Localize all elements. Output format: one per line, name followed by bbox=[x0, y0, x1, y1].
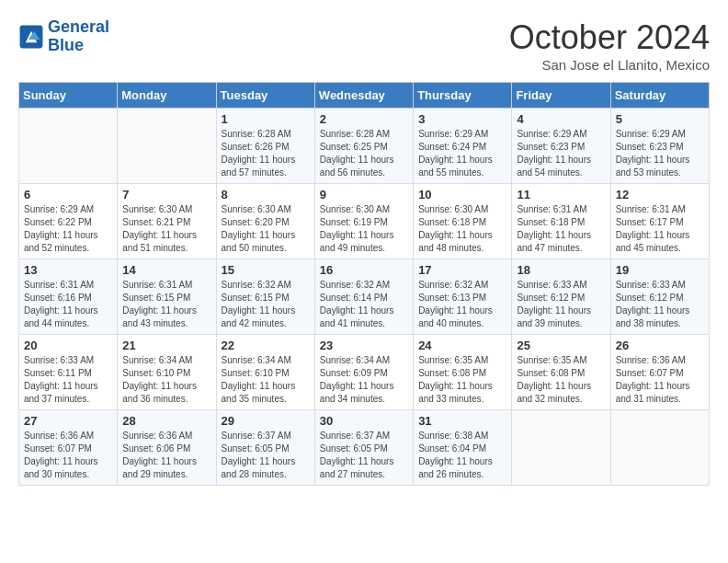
day-number: 26 bbox=[616, 339, 704, 352]
day-info: Sunrise: 6:29 AMSunset: 6:24 PMDaylight:… bbox=[418, 128, 506, 179]
day-number: 8 bbox=[222, 188, 310, 201]
title-block: October 2024 San Jose el Llanito, Mexico bbox=[509, 18, 710, 73]
day-info: Sunrise: 6:36 AMSunset: 6:06 PMDaylight:… bbox=[122, 430, 210, 481]
day-info: Sunrise: 6:38 AMSunset: 6:04 PMDaylight:… bbox=[418, 430, 506, 481]
day-number: 5 bbox=[616, 112, 704, 126]
calendar-week-row: 6Sunrise: 6:29 AMSunset: 6:22 PMDaylight… bbox=[19, 184, 710, 259]
weekday-header-wednesday: Wednesday bbox=[314, 83, 413, 109]
day-info: Sunrise: 6:34 AMSunset: 6:09 PMDaylight:… bbox=[320, 354, 408, 406]
day-number: 12 bbox=[616, 188, 704, 201]
day-info: Sunrise: 6:32 AMSunset: 6:14 PMDaylight:… bbox=[320, 279, 408, 330]
weekday-header-sunday: Sunday bbox=[19, 83, 118, 109]
calendar-cell: 22Sunrise: 6:34 AMSunset: 6:10 PMDayligh… bbox=[216, 335, 314, 410]
weekday-header-tuesday: Tuesday bbox=[216, 83, 314, 109]
calendar-week-row: 27Sunrise: 6:36 AMSunset: 6:07 PMDayligh… bbox=[19, 410, 710, 486]
calendar-cell: 6Sunrise: 6:29 AMSunset: 6:22 PMDaylight… bbox=[19, 184, 118, 259]
calendar-cell: 29Sunrise: 6:37 AMSunset: 6:05 PMDayligh… bbox=[216, 410, 314, 486]
day-info: Sunrise: 6:31 AMSunset: 6:17 PMDaylight:… bbox=[616, 203, 704, 255]
day-info: Sunrise: 6:31 AMSunset: 6:16 PMDaylight:… bbox=[24, 279, 112, 330]
day-number: 6 bbox=[24, 188, 112, 201]
day-number: 9 bbox=[320, 188, 408, 201]
logo-blue: Blue bbox=[48, 36, 84, 54]
calendar-cell: 5Sunrise: 6:29 AMSunset: 6:23 PMDaylight… bbox=[610, 109, 709, 184]
day-number: 13 bbox=[24, 263, 112, 277]
day-info: Sunrise: 6:32 AMSunset: 6:13 PMDaylight:… bbox=[418, 279, 506, 330]
day-info: Sunrise: 6:34 AMSunset: 6:10 PMDaylight:… bbox=[122, 354, 210, 406]
calendar-cell: 2Sunrise: 6:28 AMSunset: 6:25 PMDaylight… bbox=[314, 109, 413, 184]
calendar-cell bbox=[19, 109, 118, 184]
day-number: 28 bbox=[122, 414, 210, 428]
logo-general: General bbox=[48, 17, 109, 36]
calendar-week-row: 1Sunrise: 6:28 AMSunset: 6:26 PMDaylight… bbox=[19, 109, 710, 184]
calendar-cell: 19Sunrise: 6:33 AMSunset: 6:12 PMDayligh… bbox=[610, 259, 709, 335]
calendar-cell: 14Sunrise: 6:31 AMSunset: 6:15 PMDayligh… bbox=[118, 259, 216, 335]
calendar-cell: 9Sunrise: 6:30 AMSunset: 6:19 PMDaylight… bbox=[314, 184, 413, 259]
calendar-cell: 26Sunrise: 6:36 AMSunset: 6:07 PMDayligh… bbox=[610, 335, 709, 410]
day-number: 19 bbox=[616, 263, 704, 277]
calendar-table: SundayMondayTuesdayWednesdayThursdayFrid… bbox=[18, 82, 710, 486]
calendar-week-row: 20Sunrise: 6:33 AMSunset: 6:11 PMDayligh… bbox=[19, 335, 710, 410]
day-number: 22 bbox=[222, 339, 310, 352]
calendar-cell: 12Sunrise: 6:31 AMSunset: 6:17 PMDayligh… bbox=[610, 184, 709, 259]
day-number: 24 bbox=[418, 339, 506, 352]
day-number: 29 bbox=[222, 414, 310, 428]
calendar-cell: 8Sunrise: 6:30 AMSunset: 6:20 PMDaylight… bbox=[216, 184, 314, 259]
month-title: October 2024 bbox=[509, 18, 710, 57]
day-number: 16 bbox=[320, 263, 408, 277]
day-number: 18 bbox=[517, 263, 605, 277]
day-info: Sunrise: 6:29 AMSunset: 6:22 PMDaylight:… bbox=[24, 203, 112, 255]
logo: General Blue bbox=[18, 18, 109, 55]
day-number: 23 bbox=[320, 339, 408, 352]
day-info: Sunrise: 6:30 AMSunset: 6:19 PMDaylight:… bbox=[320, 203, 408, 255]
calendar-cell bbox=[512, 410, 610, 486]
day-number: 15 bbox=[222, 263, 310, 277]
calendar-cell: 24Sunrise: 6:35 AMSunset: 6:08 PMDayligh… bbox=[414, 335, 512, 410]
day-info: Sunrise: 6:30 AMSunset: 6:20 PMDaylight:… bbox=[222, 203, 310, 255]
calendar-cell: 13Sunrise: 6:31 AMSunset: 6:16 PMDayligh… bbox=[19, 259, 118, 335]
weekday-header-friday: Friday bbox=[512, 83, 610, 109]
day-info: Sunrise: 6:31 AMSunset: 6:15 PMDaylight:… bbox=[122, 279, 210, 330]
day-number: 4 bbox=[517, 112, 605, 126]
day-number: 11 bbox=[517, 188, 605, 201]
calendar-cell: 3Sunrise: 6:29 AMSunset: 6:24 PMDaylight… bbox=[414, 109, 512, 184]
calendar-cell bbox=[118, 109, 216, 184]
calendar-cell: 20Sunrise: 6:33 AMSunset: 6:11 PMDayligh… bbox=[19, 335, 118, 410]
day-number: 3 bbox=[418, 112, 506, 126]
day-number: 20 bbox=[24, 339, 112, 352]
day-number: 7 bbox=[122, 188, 210, 201]
day-info: Sunrise: 6:33 AMSunset: 6:12 PMDaylight:… bbox=[517, 279, 605, 330]
day-number: 27 bbox=[24, 414, 112, 428]
day-number: 31 bbox=[418, 414, 506, 428]
calendar-cell: 25Sunrise: 6:35 AMSunset: 6:08 PMDayligh… bbox=[512, 335, 610, 410]
day-info: Sunrise: 6:32 AMSunset: 6:15 PMDaylight:… bbox=[222, 279, 310, 330]
day-info: Sunrise: 6:36 AMSunset: 6:07 PMDaylight:… bbox=[24, 430, 112, 481]
calendar-cell: 10Sunrise: 6:30 AMSunset: 6:18 PMDayligh… bbox=[414, 184, 512, 259]
weekday-header-row: SundayMondayTuesdayWednesdayThursdayFrid… bbox=[19, 83, 710, 109]
calendar-cell: 11Sunrise: 6:31 AMSunset: 6:18 PMDayligh… bbox=[512, 184, 610, 259]
page-header: General Blue October 2024 San Jose el Ll… bbox=[18, 18, 710, 73]
calendar-cell: 15Sunrise: 6:32 AMSunset: 6:15 PMDayligh… bbox=[216, 259, 314, 335]
day-number: 2 bbox=[320, 112, 408, 126]
calendar-cell: 1Sunrise: 6:28 AMSunset: 6:26 PMDaylight… bbox=[216, 109, 314, 184]
calendar-week-row: 13Sunrise: 6:31 AMSunset: 6:16 PMDayligh… bbox=[19, 259, 710, 335]
day-number: 25 bbox=[517, 339, 605, 352]
weekday-header-thursday: Thursday bbox=[414, 83, 512, 109]
calendar-cell: 17Sunrise: 6:32 AMSunset: 6:13 PMDayligh… bbox=[414, 259, 512, 335]
calendar-cell: 18Sunrise: 6:33 AMSunset: 6:12 PMDayligh… bbox=[512, 259, 610, 335]
day-info: Sunrise: 6:28 AMSunset: 6:26 PMDaylight:… bbox=[222, 128, 310, 179]
calendar-cell: 16Sunrise: 6:32 AMSunset: 6:14 PMDayligh… bbox=[314, 259, 413, 335]
calendar-cell: 7Sunrise: 6:30 AMSunset: 6:21 PMDaylight… bbox=[118, 184, 216, 259]
day-info: Sunrise: 6:33 AMSunset: 6:11 PMDaylight:… bbox=[24, 354, 112, 406]
day-number: 30 bbox=[320, 414, 408, 428]
calendar-cell: 30Sunrise: 6:37 AMSunset: 6:05 PMDayligh… bbox=[314, 410, 413, 486]
calendar-cell: 27Sunrise: 6:36 AMSunset: 6:07 PMDayligh… bbox=[19, 410, 118, 486]
day-info: Sunrise: 6:37 AMSunset: 6:05 PMDaylight:… bbox=[222, 430, 310, 481]
day-info: Sunrise: 6:33 AMSunset: 6:12 PMDaylight:… bbox=[616, 279, 704, 330]
location-subtitle: San Jose el Llanito, Mexico bbox=[509, 57, 710, 73]
day-number: 17 bbox=[418, 263, 506, 277]
logo-text: General Blue bbox=[48, 18, 109, 55]
calendar-cell: 21Sunrise: 6:34 AMSunset: 6:10 PMDayligh… bbox=[118, 335, 216, 410]
day-info: Sunrise: 6:31 AMSunset: 6:18 PMDaylight:… bbox=[517, 203, 605, 255]
day-info: Sunrise: 6:35 AMSunset: 6:08 PMDaylight:… bbox=[418, 354, 506, 406]
logo-icon bbox=[18, 24, 44, 50]
